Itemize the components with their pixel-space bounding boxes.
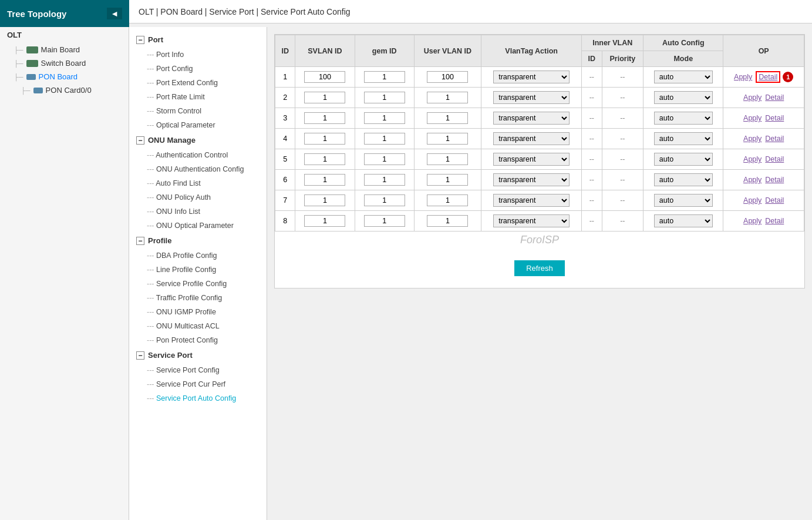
nav-section-port[interactable]: − Port xyxy=(129,32,267,48)
port-section-toggle[interactable]: − xyxy=(136,36,144,44)
cell-svlan-id xyxy=(295,211,355,232)
nav-item-traffic-profile[interactable]: Traffic Profile Config xyxy=(129,291,267,305)
sidebar-item-main-board[interactable]: ├─ Main Board xyxy=(0,43,129,56)
detail-link[interactable]: Detail xyxy=(765,93,784,102)
nav-item-service-profile[interactable]: Service Profile Config xyxy=(129,277,267,291)
nav-item-service-port-config[interactable]: Service Port Config xyxy=(129,363,267,377)
nav-item-service-port-cur-perf[interactable]: Service Port Cur Perf xyxy=(129,377,267,391)
input-svlan-id[interactable] xyxy=(304,194,345,206)
apply-link[interactable]: Apply xyxy=(743,93,762,102)
detail-link[interactable]: Detail xyxy=(765,196,784,204)
nav-item-pon-protect-config[interactable]: Pon Protect Config xyxy=(129,333,267,347)
detail-link[interactable]: Detail xyxy=(765,155,784,163)
collapse-button[interactable]: ◄ xyxy=(107,8,122,19)
select-vlan-tag-action[interactable]: transparenttranslateadd-double-tagremove… xyxy=(493,132,570,145)
nav-item-onu-optical-param[interactable]: ONU Optical Parameter xyxy=(129,219,267,233)
select-vlan-tag-action[interactable]: transparenttranslateadd-double-tagremove… xyxy=(493,71,570,83)
nav-item-onu-auth-config[interactable]: ONU Authentication Config xyxy=(129,162,267,176)
input-svlan-id[interactable] xyxy=(304,174,345,186)
detail-link[interactable]: Detail xyxy=(765,114,784,122)
cell-id: 3 xyxy=(275,108,295,129)
apply-link[interactable]: Apply xyxy=(743,135,762,143)
nav-item-dba-profile[interactable]: DBA Profile Config xyxy=(129,249,267,263)
input-gem-id[interactable] xyxy=(364,194,405,206)
sidebar-item-pon-card[interactable]: ├─ PON Card0/0 xyxy=(0,83,129,97)
select-mode[interactable]: automanual xyxy=(654,132,713,145)
nav-section-onu-manage[interactable]: − ONU Manage xyxy=(129,132,267,148)
input-svlan-id[interactable] xyxy=(304,153,345,165)
sidebar-item-pon-board[interactable]: ├─ PON Board xyxy=(0,70,129,83)
select-mode[interactable]: automanual xyxy=(654,91,713,104)
cell-vlan-tag-action: transparenttranslateadd-double-tagremove… xyxy=(481,108,582,129)
select-mode[interactable]: automanual xyxy=(654,112,713,125)
nav-item-port-rate-limit[interactable]: Port Rate Limit xyxy=(129,90,267,104)
apply-link[interactable]: Apply xyxy=(743,196,762,204)
detail-link[interactable]: Detail xyxy=(765,176,784,184)
select-mode[interactable]: automanual xyxy=(654,214,713,227)
input-gem-id[interactable] xyxy=(364,112,405,124)
input-user-vlan-id[interactable] xyxy=(427,92,468,103)
nav-item-port-extend-config[interactable]: Port Extend Config xyxy=(129,76,267,90)
select-mode[interactable]: automanual xyxy=(654,194,713,207)
input-gem-id[interactable] xyxy=(364,133,405,145)
select-vlan-tag-action[interactable]: transparenttranslateadd-double-tagremove… xyxy=(493,194,570,207)
detail-link[interactable]: Detail xyxy=(756,71,780,83)
pon-card-icon xyxy=(33,88,43,93)
select-vlan-tag-action[interactable]: transparenttranslateadd-double-tagremove… xyxy=(493,173,570,186)
table-row: 1transparenttranslateadd-double-tagremov… xyxy=(275,67,804,88)
input-svlan-id[interactable] xyxy=(304,71,345,83)
input-user-vlan-id[interactable] xyxy=(427,133,468,145)
input-user-vlan-id[interactable] xyxy=(427,153,468,165)
input-gem-id[interactable] xyxy=(364,215,405,227)
input-user-vlan-id[interactable] xyxy=(427,215,468,227)
input-gem-id[interactable] xyxy=(364,153,405,165)
nav-item-onu-policy-auth[interactable]: ONU Policy Auth xyxy=(129,190,267,204)
apply-link[interactable]: Apply xyxy=(743,176,762,184)
nav-item-onu-multicast-acl[interactable]: ONU Multicast ACL xyxy=(129,319,267,333)
nav-section-service-port[interactable]: − Service Port xyxy=(129,347,267,363)
input-user-vlan-id[interactable] xyxy=(427,194,468,206)
input-svlan-id[interactable] xyxy=(304,92,345,103)
input-user-vlan-id[interactable] xyxy=(427,71,468,83)
input-svlan-id[interactable] xyxy=(304,133,345,145)
select-vlan-tag-action[interactable]: transparenttranslateadd-double-tagremove… xyxy=(493,112,570,125)
olt-tree-item[interactable]: OLT xyxy=(0,27,129,43)
apply-link[interactable]: Apply xyxy=(743,155,762,163)
nav-item-service-port-auto-config[interactable]: Service Port Auto Config xyxy=(129,391,267,405)
nav-item-storm-control[interactable]: Storm Control xyxy=(129,104,267,118)
service-port-section-toggle[interactable]: − xyxy=(136,351,144,360)
nav-item-port-info[interactable]: Port Info xyxy=(129,48,267,62)
nav-item-auto-find-list[interactable]: Auto Find List xyxy=(129,176,267,190)
nav-item-optical-parameter[interactable]: Optical Parameter xyxy=(129,118,267,132)
detail-link[interactable]: Detail xyxy=(765,135,784,143)
onu-manage-section-toggle[interactable]: − xyxy=(136,136,144,145)
sidebar-item-switch-board[interactable]: ├─ Switch Board xyxy=(0,56,129,70)
input-gem-id[interactable] xyxy=(364,174,405,186)
nav-item-line-profile[interactable]: Line Profile Config xyxy=(129,263,267,277)
select-vlan-tag-action[interactable]: transparenttranslateadd-double-tagremove… xyxy=(493,153,570,166)
select-vlan-tag-action[interactable]: transparenttranslateadd-double-tagremove… xyxy=(493,91,570,104)
detail-link[interactable]: Detail xyxy=(765,217,784,225)
nav-item-onu-info-list[interactable]: ONU Info List xyxy=(129,204,267,219)
nav-item-port-config[interactable]: Port Config xyxy=(129,62,267,76)
nav-section-profile[interactable]: − Profile xyxy=(129,233,267,249)
nav-item-onu-igmp-profile[interactable]: ONU IGMP Profile xyxy=(129,305,267,319)
select-vlan-tag-action[interactable]: transparenttranslateadd-double-tagremove… xyxy=(493,214,570,227)
input-svlan-id[interactable] xyxy=(304,215,345,227)
input-gem-id[interactable] xyxy=(364,92,405,103)
input-gem-id[interactable] xyxy=(364,71,405,83)
apply-link[interactable]: Apply xyxy=(743,217,762,225)
apply-link[interactable]: Apply xyxy=(734,73,752,81)
cell-id: 2 xyxy=(275,88,295,108)
th-gem-id: gem ID xyxy=(355,35,414,67)
profile-section-toggle[interactable]: − xyxy=(136,237,144,245)
input-user-vlan-id[interactable] xyxy=(427,112,468,124)
refresh-button[interactable]: Refresh xyxy=(514,260,565,276)
select-mode[interactable]: automanual xyxy=(654,153,713,166)
apply-link[interactable]: Apply xyxy=(743,114,762,122)
select-mode[interactable]: automanual xyxy=(654,173,713,186)
select-mode[interactable]: automanual xyxy=(654,71,713,83)
nav-item-auth-control[interactable]: Authentication Control xyxy=(129,148,267,162)
input-svlan-id[interactable] xyxy=(304,112,345,124)
input-user-vlan-id[interactable] xyxy=(427,174,468,186)
